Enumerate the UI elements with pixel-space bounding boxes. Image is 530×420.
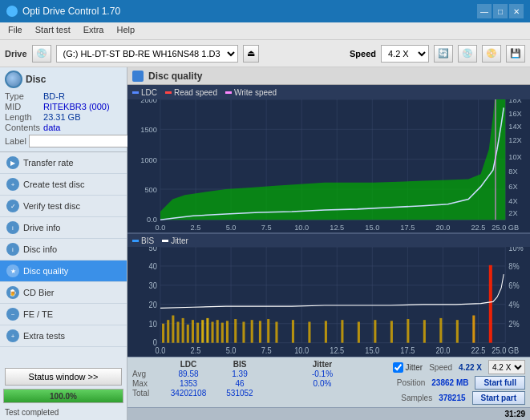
start-full-button[interactable]: Start full — [475, 376, 525, 390]
label-input[interactable] — [29, 135, 136, 147]
svg-text:10.0: 10.0 — [294, 224, 309, 232]
drive-icon-btn[interactable]: 💿 — [32, 45, 51, 63]
samples-label: Samples — [401, 394, 432, 402]
cd-bier-icon: 🍺 — [6, 286, 19, 299]
legend-ldc: LDC — [132, 88, 157, 97]
sidebar-item-create-test-disc[interactable]: + Create test disc — [0, 174, 127, 196]
legend-bis: BIS — [132, 236, 154, 245]
svg-text:5.0: 5.0 — [226, 346, 237, 356]
sidebar-item-extra-tests[interactable]: + Extra tests — [0, 325, 127, 347]
svg-rect-89 — [196, 323, 199, 343]
menu-extra[interactable]: Extra — [79, 24, 109, 38]
sidebar-item-disc-info[interactable]: i Disc info — [0, 239, 127, 260]
avg-label: Avg — [132, 370, 161, 378]
speed-label-stat: Speed — [429, 363, 452, 372]
svg-text:18X: 18X — [508, 99, 521, 104]
read-dot — [165, 91, 172, 94]
speed-label: Speed — [350, 49, 376, 59]
svg-text:12.5: 12.5 — [330, 224, 344, 232]
menu-file[interactable]: File — [3, 24, 27, 38]
save-button[interactable]: 💾 — [506, 45, 525, 63]
transfer-rate-icon: ▶ — [6, 156, 19, 169]
bis-header: BIS — [216, 360, 264, 369]
eject-button[interactable]: ⏏ — [243, 45, 259, 63]
svg-text:2%: 2% — [508, 320, 520, 329]
bis-dot — [132, 240, 139, 242]
svg-text:10%: 10% — [508, 247, 524, 252]
fe-te-icon: ~ — [6, 308, 19, 321]
svg-text:7.5: 7.5 — [261, 346, 272, 356]
svg-rect-84 — [172, 316, 174, 343]
svg-rect-98 — [251, 320, 253, 342]
svg-rect-92 — [211, 322, 213, 343]
svg-text:1000: 1000 — [140, 156, 157, 164]
svg-text:50: 50 — [149, 247, 158, 252]
total-bis: 531052 — [216, 389, 264, 398]
app-icon — [6, 6, 18, 17]
disc-quality-icon: ★ — [6, 265, 19, 277]
drive-select[interactable]: (G:) HL-DT-ST BD-RE WH16NS48 1.D3 — [56, 45, 238, 63]
start-part-button[interactable]: Start part — [472, 391, 525, 405]
jitter-checkbox[interactable] — [393, 362, 403, 373]
contents-val: data — [43, 123, 122, 132]
total-label: Total — [132, 389, 161, 398]
total-ldc: 34202108 — [164, 389, 212, 398]
svg-rect-85 — [176, 322, 179, 343]
sidebar-item-disc-quality[interactable]: ★ Disc quality — [0, 260, 127, 282]
status-window-button[interactable]: Status window >> — [5, 368, 122, 386]
create-test-icon: + — [6, 178, 19, 191]
disc-button2[interactable]: 📀 — [482, 45, 501, 63]
jitter-header: Jitter — [294, 360, 350, 369]
elapsed-time: 31:29 — [504, 410, 525, 418]
mid-val: RITEKBR3 (000) — [43, 102, 122, 111]
sidebar-item-label: FE / TE — [23, 309, 53, 319]
read-label: Read speed — [174, 88, 217, 97]
speed-select[interactable]: 4.2 X — [381, 45, 429, 63]
svg-rect-101 — [275, 322, 277, 343]
legend-read-speed: Read speed — [165, 88, 217, 97]
svg-rect-95 — [226, 321, 229, 343]
svg-text:12.5: 12.5 — [330, 346, 344, 356]
bis-label: BIS — [141, 236, 154, 245]
sidebar-item-verify-test-disc[interactable]: ✓ Verify test disc — [0, 196, 127, 217]
chart-speed-select[interactable]: 4.2 X — [488, 360, 525, 374]
disc-icon — [5, 71, 22, 88]
max-jitter: 0.0% — [294, 379, 350, 388]
svg-rect-96 — [234, 319, 237, 343]
menu-start-test[interactable]: Start test — [30, 24, 75, 38]
minimize-button[interactable]: — — [477, 4, 492, 18]
speed-val-stat: 4.22 X — [459, 363, 482, 372]
refresh-button[interactable]: 🔄 — [434, 45, 453, 63]
sidebar-item-fe-te[interactable]: ~ FE / TE — [0, 304, 127, 325]
length-val: 23.31 GB — [43, 112, 122, 122]
max-bis: 46 — [216, 379, 264, 388]
stats-bar: LDC BIS Jitter Avg 89.58 1.39 -0.1% Max … — [127, 357, 530, 407]
menu-help[interactable]: Help — [111, 24, 140, 38]
max-ldc: 1353 — [164, 379, 212, 388]
maximize-button[interactable]: □ — [493, 4, 508, 18]
sidebar-item-transfer-rate[interactable]: ▶ Transfer rate — [0, 152, 127, 174]
svg-text:8%: 8% — [508, 262, 520, 272]
svg-text:0.0: 0.0 — [156, 346, 166, 356]
disc-button1[interactable]: 💿 — [458, 45, 477, 63]
sidebar-item-label: CD Bier — [23, 288, 55, 297]
svg-text:7.5: 7.5 — [261, 224, 272, 232]
sidebar-item-drive-info[interactable]: i Drive info — [0, 217, 127, 239]
svg-text:2.5: 2.5 — [191, 224, 201, 232]
svg-rect-108 — [390, 321, 393, 343]
svg-text:2X: 2X — [508, 209, 517, 217]
jitter-checkbox-label: Jitter — [393, 362, 423, 373]
progress-text: 100.0% — [4, 390, 123, 402]
sidebar-item-cd-bier[interactable]: 🍺 CD Bier — [0, 282, 127, 304]
close-button[interactable]: ✕ — [509, 4, 524, 18]
upper-chart: 2000 1500 1000 500 0.0 18X 16X 14X 12X 1… — [127, 99, 530, 233]
svg-rect-91 — [206, 318, 208, 343]
svg-text:14X: 14X — [508, 123, 521, 131]
app-title: Opti Drive Control 1.70 — [22, 6, 120, 17]
chart-panel: Disc quality LDC Read speed Write speed — [127, 67, 530, 420]
legend-write-speed: Write speed — [225, 88, 277, 97]
svg-text:22.5: 22.5 — [471, 224, 485, 232]
svg-text:4%: 4% — [508, 301, 520, 310]
lower-chart-svg: 50 40 30 20 10 0 10% 8% 6% 4% 2% 0.0 2.5… — [127, 247, 530, 357]
disc-title: Disc — [26, 74, 46, 85]
